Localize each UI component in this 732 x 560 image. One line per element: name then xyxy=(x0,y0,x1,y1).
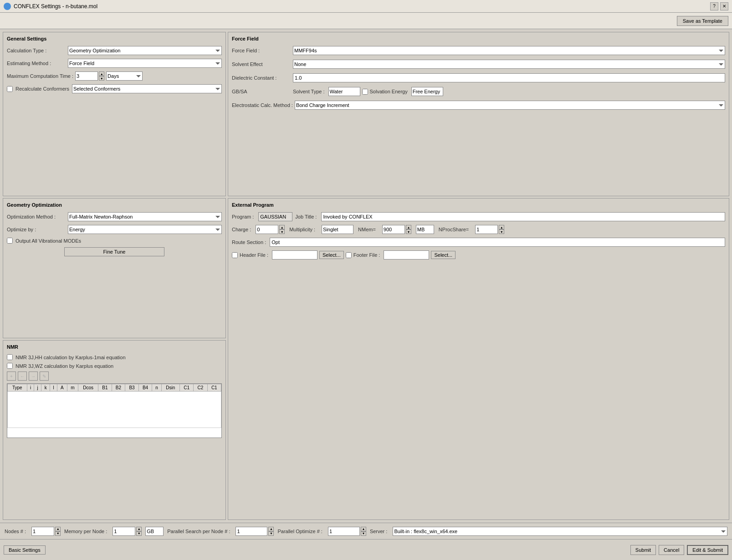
route-label: Route Section : xyxy=(232,239,266,245)
gb-sa-row: GB/SA Solvent Type : Water Acetonitrile … xyxy=(232,87,725,96)
parallel-search-up[interactable]: ▲ xyxy=(268,527,274,531)
recalculate-conformers-checkbox[interactable] xyxy=(7,86,13,92)
program-row: Program : Job Title : xyxy=(232,212,725,221)
solvation-energy-label: Solvation Energy xyxy=(370,89,408,94)
col-c1: C1 xyxy=(179,384,193,392)
nmem-down[interactable]: ▼ xyxy=(406,229,411,234)
parallel-optimize-down[interactable]: ▼ xyxy=(361,531,366,536)
force-field-row: Force Field : MMFF94s MMFF94 MM3 MM2 xyxy=(232,46,725,55)
header-file-checkbox[interactable] xyxy=(232,252,238,258)
nodes-spinner-btns: ▲ ▼ xyxy=(55,527,61,536)
footer-file-label: Footer File : xyxy=(353,252,380,258)
cancel-button[interactable]: Cancel xyxy=(659,545,684,555)
edit-submit-button[interactable]: Edit & Submit xyxy=(687,545,728,555)
footer-file-checkbox[interactable] xyxy=(346,252,352,258)
nmem-input[interactable] xyxy=(382,225,405,234)
nodes-down[interactable]: ▼ xyxy=(55,531,61,536)
nodes-label: Nodes # : xyxy=(5,529,26,534)
nmr-arrow-right-button[interactable]: → xyxy=(29,372,38,381)
selected-conformers-select[interactable]: Selected Conformers xyxy=(72,84,222,93)
nodes-up[interactable]: ▲ xyxy=(55,527,61,531)
memory-unit-select[interactable]: GB MB xyxy=(145,527,164,536)
force-field-label: Force Field : xyxy=(232,48,291,53)
solvent-type-select[interactable]: Water Acetonitrile xyxy=(328,87,360,96)
save-template-button[interactable]: Save as Template xyxy=(677,16,728,26)
parallel-search-down[interactable]: ▼ xyxy=(268,531,274,536)
fine-tune-button[interactable]: Fine Tune xyxy=(64,247,164,256)
program-input[interactable] xyxy=(258,212,292,221)
memory-spinner-btns: ▲ ▼ xyxy=(136,527,142,536)
general-settings-title: General Settings xyxy=(7,36,222,41)
max-computation-up[interactable]: ▲ xyxy=(99,71,104,76)
nodes-spinner: ▲ ▼ xyxy=(31,527,61,536)
bottom-bar: Nodes # : ▲ ▼ Memory per Node : ▲ ▼ GB M… xyxy=(0,523,732,539)
max-computation-down[interactable]: ▼ xyxy=(99,76,104,81)
charge-down[interactable]: ▼ xyxy=(279,229,285,234)
charge-input[interactable] xyxy=(256,225,278,234)
nmr-panel: NMR NMR 3J,HH calculation by Karplus-1ma… xyxy=(3,340,226,520)
nmr-wz-label: NMR 3J,WZ calculation by Karplus equatio… xyxy=(15,363,113,369)
nmr-edit-button[interactable]: ✎ xyxy=(40,372,49,381)
close-button[interactable]: ✕ xyxy=(720,2,728,10)
submit-button[interactable]: Submit xyxy=(630,545,656,555)
force-field-title: Force Field xyxy=(232,36,725,41)
parallel-search-input[interactable] xyxy=(235,527,267,536)
parallel-optimize-input[interactable] xyxy=(328,527,360,536)
calculation-type-select[interactable]: Geometry Optimization Conformational Sea… xyxy=(68,46,222,55)
nproc-spinner-btns: ▲ ▼ xyxy=(499,225,504,234)
output-vibrational-label: Output All Vibrational MODEs xyxy=(15,238,81,244)
server-select[interactable]: Built-in : flex8c_win_x64.exe xyxy=(393,527,727,536)
memory-down[interactable]: ▼ xyxy=(136,531,142,536)
help-button[interactable]: ? xyxy=(710,2,718,10)
nmr-hh-checkbox[interactable] xyxy=(7,354,13,360)
job-title-input[interactable] xyxy=(321,212,725,221)
electrostatic-select[interactable]: Bond Charge Increment Coulomb None xyxy=(295,101,725,110)
output-vibrational-checkbox[interactable] xyxy=(7,238,13,244)
free-energy-select[interactable]: Free Energy Enthalpy xyxy=(411,87,443,96)
memory-up[interactable]: ▲ xyxy=(136,527,142,531)
col-a: A xyxy=(57,384,67,392)
nmr-wz-checkbox[interactable] xyxy=(7,363,13,369)
basic-settings-tab[interactable]: Basic Settings xyxy=(4,545,46,555)
route-section-row: Route Section : xyxy=(232,238,725,247)
nmr-arrow-left-button[interactable]: ← xyxy=(18,372,27,381)
nproc-input[interactable] xyxy=(475,225,498,234)
estimating-method-select[interactable]: Force Field AM1 PM3 xyxy=(68,59,222,68)
dielectric-constant-row: Dielectric Constant : xyxy=(232,73,725,82)
multiplicity-label: Multiplicity : xyxy=(289,227,315,232)
route-input[interactable] xyxy=(270,238,725,247)
nproc-spinner: ▲ ▼ xyxy=(475,225,504,234)
header-file-label: Header File : xyxy=(240,252,268,258)
geometry-title: Geometry Optimization xyxy=(7,202,222,208)
header-file-input[interactable] xyxy=(272,250,317,260)
max-computation-input[interactable] xyxy=(75,71,98,81)
parallel-optimize-up[interactable]: ▲ xyxy=(361,527,366,531)
nmr-table-empty-row xyxy=(8,392,221,428)
solvation-energy-checkbox[interactable] xyxy=(362,89,368,95)
nmem-unit-select[interactable]: MB GB xyxy=(416,225,434,234)
dielectric-constant-input[interactable] xyxy=(293,73,725,82)
nmem-up[interactable]: ▲ xyxy=(406,225,411,229)
status-bar: Basic Settings Submit Cancel Edit & Subm… xyxy=(0,539,732,560)
program-label: Program : xyxy=(232,214,254,219)
max-computation-unit-select[interactable]: Days Hours Minutes xyxy=(106,71,143,81)
nproc-up[interactable]: ▲ xyxy=(499,225,504,229)
nproc-down[interactable]: ▼ xyxy=(499,229,504,234)
col-j: j xyxy=(34,384,41,392)
parallel-optimize-label: Parallel Optimize # : xyxy=(277,529,322,534)
solvent-effect-select[interactable]: None Water Acetonitrile xyxy=(293,60,725,69)
footer-file-select-button[interactable]: Select... xyxy=(431,251,456,259)
nmr-toolbar: + ← → ✎ xyxy=(7,372,222,381)
footer-file-input[interactable] xyxy=(384,250,429,260)
window-controls: ? ✕ xyxy=(710,2,728,10)
nmr-add-button[interactable]: + xyxy=(7,372,16,381)
optimize-by-select[interactable]: Energy Gradient xyxy=(68,225,222,234)
nodes-input[interactable] xyxy=(31,527,54,536)
optimization-method-select[interactable]: Full-Matrix Newton-Raphson Truncated New… xyxy=(68,212,222,221)
charge-up[interactable]: ▲ xyxy=(279,225,285,229)
multiplicity-select[interactable]: Singlet Doublet Triplet xyxy=(322,225,353,234)
nmr-table-container[interactable]: Type i j k l A m Dcos B1 B2 B3 B4 n Dsin xyxy=(7,383,222,438)
header-file-select-button[interactable]: Select... xyxy=(319,251,344,259)
force-field-select[interactable]: MMFF94s MMFF94 MM3 MM2 xyxy=(293,46,725,55)
memory-input[interactable] xyxy=(113,527,135,536)
